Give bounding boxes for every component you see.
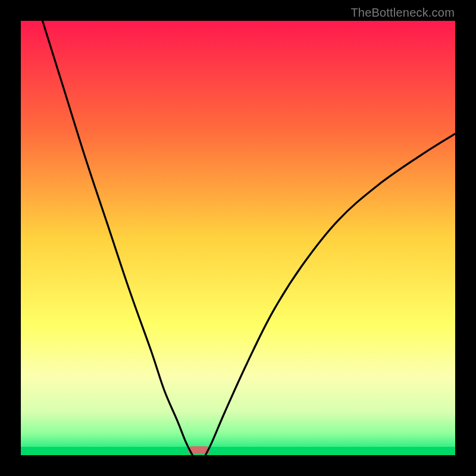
watermark-text: TheBottleneck.com [350,6,455,20]
chart-svg [21,21,455,455]
bottom-strip [21,447,455,455]
chart-container: TheBottleneck.com [0,0,476,476]
plot-area [21,21,455,455]
gradient-background [21,21,455,455]
